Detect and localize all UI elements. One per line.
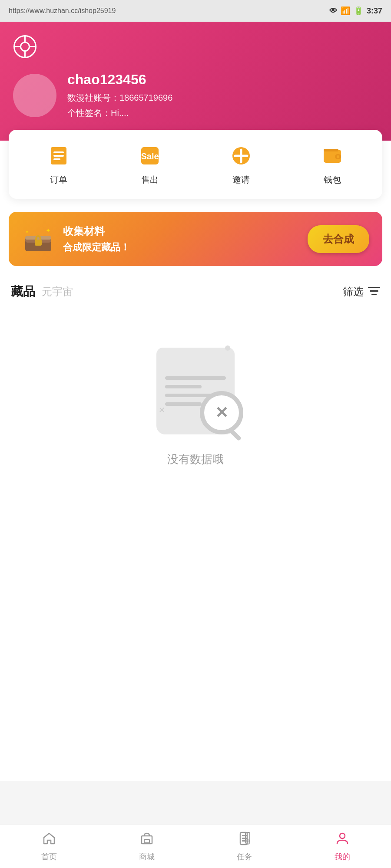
action-sale[interactable]: Sale 售出 — [104, 143, 196, 186]
filter-icon — [368, 285, 380, 299]
svg-rect-31 — [242, 835, 247, 836]
nav-shop[interactable]: 商城 — [98, 832, 196, 862]
collections-title: 藏品 — [11, 283, 35, 300]
collections-left: 藏品 元宇宙 — [11, 283, 73, 300]
svg-rect-22 — [35, 240, 42, 246]
svg-text:✦: ✦ — [25, 230, 29, 234]
home-icon — [42, 832, 56, 849]
status-bar: https://www.huzhan.cc/ishop25919 👁 📶 🔋 3… — [0, 0, 391, 22]
svg-rect-25 — [368, 287, 380, 288]
search-circle: ✕ — [200, 391, 243, 434]
svg-rect-7 — [53, 151, 64, 153]
profile-section: chao123456 数漫社账号：18665719696 个性签名：Hi.... — [0, 22, 391, 141]
dot-decoration — [225, 345, 230, 351]
home-label: 首页 — [41, 852, 57, 862]
eye-icon: 👁 — [329, 7, 337, 16]
banner-title: 收集材料 — [63, 224, 130, 238]
actions-card: 订单 Sale 售出 邀请 — [9, 130, 382, 199]
main-content: 订单 Sale 售出 邀请 — [0, 130, 391, 781]
filter-text: 筛选 — [343, 285, 364, 299]
svg-text:✦: ✦ — [46, 227, 51, 234]
banner-left: ✦ ✦ 收集材料 合成限定藏品！ — [22, 223, 130, 255]
wallet-label: 钱包 — [324, 174, 341, 186]
svg-rect-9 — [53, 158, 60, 160]
clock: 3:37 — [367, 7, 382, 16]
order-label: 订单 — [50, 174, 67, 186]
svg-rect-29 — [144, 839, 149, 843]
svg-rect-27 — [371, 294, 377, 295]
task-label: 任务 — [237, 852, 252, 862]
svg-point-38 — [340, 833, 345, 838]
action-invite[interactable]: 邀请 — [196, 143, 287, 186]
treasure-box-icon: ✦ ✦ — [22, 223, 54, 255]
nav-task[interactable]: 任务 — [196, 832, 293, 862]
invite-icon — [228, 143, 254, 169]
profile-signature: 个性签名：Hi.... — [67, 107, 172, 119]
task-icon — [238, 832, 252, 849]
battery-icon: 🔋 — [354, 6, 363, 16]
status-bar-right: 👁 📶 🔋 3:37 — [329, 6, 382, 16]
nav-home[interactable]: 首页 — [0, 832, 98, 862]
invite-label: 邀请 — [232, 174, 250, 186]
mine-icon — [335, 832, 349, 849]
sale-label: 售出 — [141, 174, 159, 186]
svg-point-17 — [337, 155, 339, 158]
empty-message: 没有数据哦 — [167, 452, 224, 467]
x-decoration: ✕ — [159, 405, 165, 415]
empty-state: ✕ ✕ 没有数据哦 — [0, 309, 391, 502]
action-order[interactable]: 订单 — [13, 143, 104, 186]
banner-section[interactable]: ✦ ✦ 收集材料 合成限定藏品！ 去合成 — [9, 212, 382, 266]
svg-point-1 — [21, 43, 30, 51]
shop-label: 商城 — [139, 852, 155, 862]
action-wallet[interactable]: 钱包 — [287, 143, 378, 186]
app-logo — [13, 35, 37, 59]
svg-rect-33 — [242, 840, 245, 842]
nav-mine[interactable]: 我的 — [293, 832, 391, 862]
svg-rect-26 — [370, 290, 378, 292]
status-bar-url: https://www.huzhan.cc/ishop25919 — [9, 7, 116, 15]
svg-text:Sale: Sale — [141, 151, 159, 161]
shop-icon — [140, 832, 154, 849]
collections-right[interactable]: 筛选 — [343, 285, 380, 299]
profile-info: chao123456 数漫社账号：18665719696 个性签名：Hi.... — [13, 72, 378, 119]
sale-icon: Sale — [137, 143, 163, 169]
signal-icon: 📶 — [341, 6, 350, 16]
svg-rect-32 — [242, 838, 247, 839]
collections-header: 藏品 元宇宙 筛选 — [0, 279, 391, 309]
avatar[interactable] — [13, 74, 56, 117]
profile-text: chao123456 数漫社账号：18665719696 个性签名：Hi.... — [67, 72, 172, 119]
order-icon — [46, 143, 72, 169]
collections-subtitle: 元宇宙 — [42, 285, 73, 299]
svg-rect-18 — [324, 149, 338, 151]
mine-label: 我的 — [335, 852, 350, 862]
search-handle — [228, 427, 242, 441]
banner-text: 收集材料 合成限定藏品！ — [63, 224, 130, 254]
empty-illustration: ✕ ✕ — [148, 343, 243, 439]
banner-subtitle: 合成限定藏品！ — [63, 241, 130, 254]
profile-account: 数漫社账号：18665719696 — [67, 92, 172, 104]
svg-rect-8 — [53, 155, 64, 157]
wallet-icon — [319, 143, 345, 169]
bottom-nav: 首页 商城 任务 — [0, 825, 391, 868]
synthesize-button[interactable]: 去合成 — [308, 225, 369, 253]
profile-name: chao123456 — [67, 72, 172, 88]
